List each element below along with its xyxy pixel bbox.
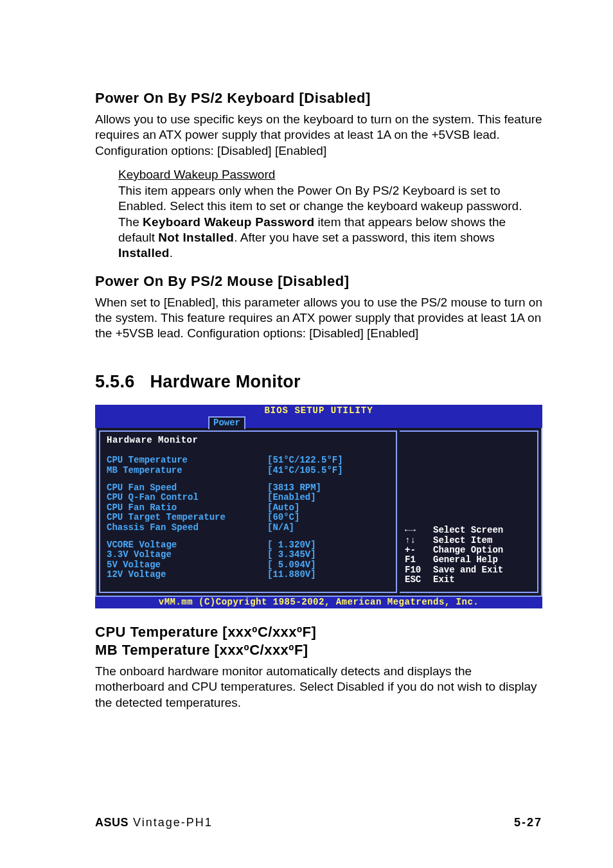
bios-legend-row: F1General Help — [405, 555, 532, 565]
heading-hardware-monitor: 5.5.6Hardware Monitor — [95, 372, 542, 392]
bios-legend-row: ESCExit — [405, 575, 532, 585]
bold-installed: Installed — [118, 246, 170, 260]
heading-power-on-keyboard: Power On By PS/2 Keyboard [Disabled] — [95, 90, 542, 107]
bios-item-label: MB Temperature — [107, 466, 267, 475]
bios-screenshot: BIOS SETUP UTILITY Power Hardware Monito… — [95, 405, 542, 608]
key-label: F10 — [405, 565, 433, 575]
text-frag: . — [170, 246, 173, 260]
text-frag: . After you have set a password, this it… — [234, 231, 495, 244]
bios-item-value: [ 3.345V] — [267, 550, 316, 560]
bios-item-label: 5V Voltage — [107, 560, 267, 570]
bios-item-label: CPU Fan Speed — [107, 483, 267, 493]
bios-item[interactable]: CPU Fan Speed [3813 RPM] — [107, 483, 389, 493]
bold-not-installed: Not Installed — [158, 231, 234, 244]
bios-title-bar: BIOS SETUP UTILITY — [95, 405, 542, 416]
key-label: ESC — [405, 575, 433, 585]
bios-item[interactable]: 12V Voltage [11.880V] — [107, 570, 389, 580]
arrow-ud-icon: ↑↓ — [405, 536, 433, 545]
bios-item-label: CPU Target Temperature — [107, 513, 267, 522]
bios-tab-power[interactable]: Power — [208, 416, 245, 429]
bios-item[interactable]: 3.3V Voltage [ 3.345V] — [107, 550, 389, 560]
bios-item-value: [3813 RPM] — [267, 483, 321, 493]
page-footer: ASUS Vintage-PH1 5-27 — [95, 816, 542, 829]
bios-item-value: [ 5.094V] — [267, 560, 316, 570]
legend-text: Save and Exit — [433, 565, 503, 575]
subheading-keyboard-wakeup: Keyboard Wakeup Password — [118, 168, 275, 182]
bios-legend-row: F10Save and Exit — [405, 565, 532, 575]
body-power-on-keyboard: Allows you to use specific keys on the k… — [95, 112, 542, 159]
bios-left-panel: Hardware Monitor CPU Temperature [51°C/1… — [99, 430, 397, 593]
bios-item[interactable]: CPU Q-Fan Control [Enabled] — [107, 493, 389, 502]
bios-item-value: [60°C] — [267, 513, 299, 522]
bios-item-label: CPU Q-Fan Control — [107, 493, 267, 502]
bios-item-value: [Auto] — [267, 503, 299, 513]
legend-text: Select Screen — [433, 526, 503, 535]
bios-item-value: [51°C/122.5°F] — [267, 456, 343, 465]
footer-model: Vintage-PH1 — [129, 816, 213, 829]
bios-legend: ←→Select Screen ↑↓Select Item +-Change O… — [405, 526, 532, 585]
bios-item[interactable]: Chassis Fan Speed [N/A] — [107, 523, 389, 533]
bios-main-area: Hardware Monitor CPU Temperature [51°C/1… — [95, 428, 542, 597]
bios-item-label: Chassis Fan Speed — [107, 523, 267, 533]
heading-power-on-mouse: Power On By PS/2 Mouse [Disabled] — [95, 273, 542, 290]
bios-item-value: [Enabled] — [267, 493, 316, 502]
bios-legend-row: +-Change Option — [405, 545, 532, 555]
legend-text: Change Option — [433, 545, 503, 555]
bios-legend-row: ←→Select Screen — [405, 526, 532, 535]
bold-keyboard-wakeup-password: Keyboard Wakeup Password — [143, 215, 314, 229]
bios-item-value: [41°C/105.5°F] — [267, 466, 343, 475]
bios-panel-title: Hardware Monitor — [107, 436, 389, 445]
bios-item-label: CPU Fan Ratio — [107, 503, 267, 513]
bios-item-value: [ 1.320V] — [267, 540, 316, 550]
body-power-on-mouse: When set to [Enabled], this parameter al… — [95, 295, 542, 342]
body-keyboard-wakeup: This item appears only when the Power On… — [118, 183, 542, 261]
bios-legend-row: ↑↓Select Item — [405, 536, 532, 545]
bios-item-value: [11.880V] — [267, 570, 316, 580]
heading-cpu-temperature: CPU Temperature [xxxºC/xxxºF] — [95, 624, 542, 641]
footer-page-number: 5-27 — [514, 816, 542, 829]
plus-minus-icon: +- — [405, 545, 433, 555]
section-title: Hardware Monitor — [150, 372, 301, 391]
bios-copyright-bar: vMM.mm (C)Copyright 1985-2002, American … — [95, 597, 542, 608]
bios-item-label: 12V Voltage — [107, 570, 267, 580]
bios-right-panel: ←→Select Screen ↑↓Select Item +-Change O… — [400, 430, 538, 593]
bios-item[interactable]: MB Temperature [41°C/105.5°F] — [107, 466, 389, 475]
footer-brand: ASUS — [95, 816, 129, 829]
bios-item[interactable]: VCORE Voltage [ 1.320V] — [107, 540, 389, 550]
bios-item-label: VCORE Voltage — [107, 540, 267, 550]
legend-text: Exit — [433, 575, 455, 585]
legend-text: General Help — [433, 555, 498, 565]
key-label: F1 — [405, 555, 433, 565]
legend-text: Select Item — [433, 536, 492, 545]
arrow-lr-icon: ←→ — [405, 526, 433, 535]
bios-menu-row: Power — [95, 416, 542, 428]
bios-item-label: 3.3V Voltage — [107, 550, 267, 560]
bios-item-value: [N/A] — [267, 523, 294, 533]
bios-item-label: CPU Temperature — [107, 456, 267, 465]
body-temperature: The onboard hardware monitor automatical… — [95, 664, 542, 711]
section-number: 5.5.6 — [95, 372, 135, 392]
bios-item[interactable]: 5V Voltage [ 5.094V] — [107, 560, 389, 570]
bios-item[interactable]: CPU Temperature [51°C/122.5°F] — [107, 456, 389, 465]
heading-mb-temperature: MB Temperature [xxxºC/xxxºF] — [95, 642, 542, 659]
bios-item[interactable]: CPU Target Temperature [60°C] — [107, 513, 389, 522]
bios-item[interactable]: CPU Fan Ratio [Auto] — [107, 503, 389, 513]
footer-left: ASUS Vintage-PH1 — [95, 816, 213, 829]
